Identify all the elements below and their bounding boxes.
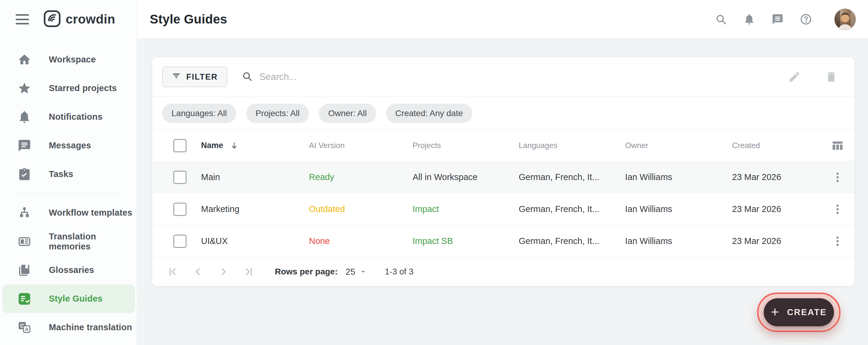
toolbar-actions (788, 70, 838, 83)
last-page-icon[interactable] (242, 265, 255, 279)
sort-desc-icon (230, 141, 239, 150)
column-header-name[interactable]: Name (201, 141, 309, 150)
cell-created: 23 Mar 2026 (732, 236, 826, 246)
cell-projects: All in Workspace (412, 172, 519, 182)
column-header-ai-version[interactable]: AI Version (309, 141, 412, 150)
create-button-highlight: + CREATE (757, 292, 841, 332)
row-menu-icon[interactable] (831, 235, 844, 248)
style-guides-card: FILTER (152, 57, 855, 286)
rows-per-page-label: Rows per page: (275, 267, 338, 277)
sidebar-nav: WorkspaceStarred projectsNotificationsMe… (0, 38, 137, 342)
next-page-icon[interactable] (216, 265, 230, 279)
cell-languages: German, French, It... (519, 204, 625, 214)
select-all-checkbox[interactable] (173, 139, 187, 152)
row-menu-icon[interactable] (831, 171, 844, 184)
column-header-languages[interactable]: Languages (519, 141, 625, 150)
sidebar-item-messages[interactable]: Messages (2, 131, 135, 160)
sidebar-item-workflow-templates[interactable]: Workflow templates (2, 198, 135, 227)
notifications-icon[interactable] (743, 13, 755, 25)
column-header-owner[interactable]: Owner (625, 141, 732, 150)
crowdin-logo[interactable]: crowdin (43, 10, 116, 29)
content: FILTER (137, 38, 868, 345)
logo-text: crowdin (66, 12, 116, 27)
tasks-icon (18, 167, 31, 181)
bell-icon (18, 110, 31, 124)
sidebar-item-notifications[interactable]: Notifications (2, 103, 135, 131)
topbar: Style Guides (137, 0, 868, 38)
row-checkbox[interactable] (173, 171, 187, 184)
cell-created: 23 Mar 2026 (732, 172, 826, 182)
search-box (242, 71, 788, 83)
avatar[interactable] (834, 8, 857, 31)
topbar-icons (715, 8, 857, 31)
filter-chip[interactable]: Created: Any date (386, 104, 472, 123)
table-body: Main Ready All in Workspace German, Fren… (152, 161, 855, 257)
cell-name: Main (201, 172, 309, 182)
sidebar-item-workspace[interactable]: Workspace (2, 45, 135, 74)
translation-memory-icon (18, 235, 31, 249)
filter-chip[interactable]: Owner: All (319, 104, 376, 123)
sidebar-divider (14, 193, 122, 194)
card-toolbar: FILTER (152, 57, 855, 96)
column-header-projects[interactable]: Projects (412, 141, 519, 150)
sidebar-item-starred-projects[interactable]: Starred projects (2, 74, 135, 103)
style-guide-icon (18, 292, 31, 306)
filter-button-label: FILTER (186, 73, 218, 82)
cell-created: 23 Mar 2026 (732, 204, 826, 214)
edit-icon[interactable] (788, 70, 801, 83)
sidebar-item-glossaries[interactable]: Glossaries (2, 256, 135, 284)
page-title: Style Guides (150, 12, 227, 27)
sidebar-item-tasks[interactable]: Tasks (2, 160, 135, 189)
sidebar: crowdin WorkspaceStarred projectsNotific… (0, 0, 137, 345)
app: crowdin WorkspaceStarred projectsNotific… (0, 0, 868, 345)
filter-chip[interactable]: Projects: All (246, 104, 309, 123)
table-row[interactable]: Main Ready All in Workspace German, Fren… (152, 161, 855, 193)
workflow-icon (18, 206, 31, 220)
sidebar-item-translation-memories[interactable]: Translation memories (2, 227, 135, 256)
main-area: Style Guides (137, 0, 868, 345)
cell-name: UI&UX (201, 236, 309, 246)
filter-chips: Languages: AllProjects: AllOwner: AllCre… (152, 96, 855, 130)
sidebar-item-machine-translation[interactable]: GAMachine translation (2, 313, 135, 342)
cell-owner: Ian Williams (625, 172, 732, 182)
cell-ai-version: Ready (309, 172, 412, 182)
table-row[interactable]: Marketing Outdated Impact German, French… (152, 193, 855, 225)
rows-per-page-select[interactable]: 25 (345, 267, 366, 277)
cell-projects: Impact SB (412, 236, 519, 246)
help-icon[interactable] (800, 13, 812, 25)
pagination: Rows per page: 25 1-3 of 3 (152, 257, 855, 286)
create-button[interactable]: + CREATE (764, 298, 834, 326)
home-icon (18, 53, 31, 67)
prev-page-icon[interactable] (191, 265, 205, 279)
row-checkbox[interactable] (173, 235, 187, 248)
sidebar-header: crowdin (0, 0, 137, 38)
columns-settings-icon[interactable] (831, 139, 844, 152)
machine-translation-icon: GA (18, 321, 31, 335)
cell-languages: German, French, It... (519, 172, 625, 182)
delete-icon[interactable] (825, 70, 838, 83)
cell-ai-version: Outdated (309, 204, 412, 214)
column-header-created[interactable]: Created (732, 141, 826, 150)
sidebar-item-style-guides[interactable]: Style Guides (2, 284, 135, 313)
cell-ai-version: None (309, 236, 412, 246)
cell-languages: German, French, It... (519, 236, 625, 246)
star-icon (18, 81, 31, 95)
pagination-range: 1-3 of 3 (385, 267, 413, 277)
cell-owner: Ian Williams (625, 204, 732, 214)
row-menu-icon[interactable] (831, 203, 844, 216)
menu-icon[interactable] (16, 14, 29, 24)
table-header: Name AI Version Projects Languages Owner… (152, 130, 855, 161)
messages-icon[interactable] (772, 13, 784, 25)
search-input[interactable] (259, 71, 470, 82)
search-icon[interactable] (715, 13, 727, 25)
cell-projects: Impact (412, 204, 519, 214)
filter-button[interactable]: FILTER (162, 67, 227, 87)
cell-owner: Ian Williams (625, 236, 732, 246)
chevron-down-icon (360, 267, 366, 277)
cell-name: Marketing (201, 204, 309, 214)
first-page-icon[interactable] (166, 265, 180, 279)
row-checkbox[interactable] (173, 203, 187, 216)
filter-chip[interactable]: Languages: All (162, 104, 236, 123)
table-row[interactable]: UI&UX None Impact SB German, French, It.… (152, 225, 855, 257)
chat-icon (18, 139, 31, 152)
